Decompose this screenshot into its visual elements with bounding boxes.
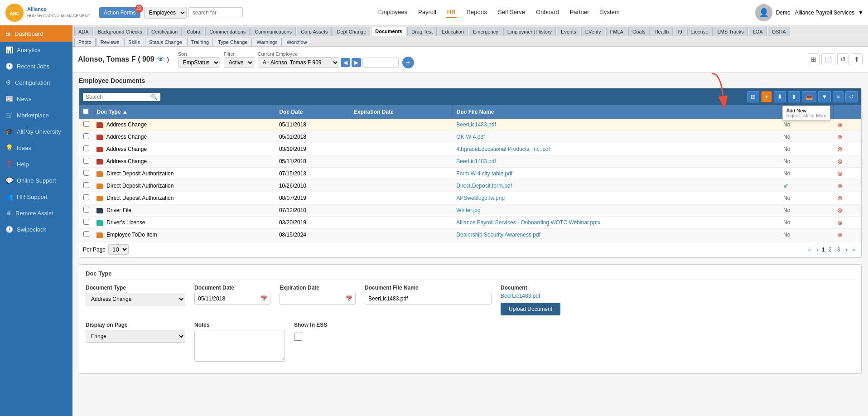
row-checkbox[interactable] xyxy=(83,207,89,213)
tab-osha[interactable]: OSHA xyxy=(768,27,790,36)
file-name-link[interactable]: Dealership.Security.Awareness.pdf xyxy=(456,232,540,238)
sidebar-item-help[interactable]: ❓ Help xyxy=(0,156,72,172)
exp-date-cal-btn[interactable]: 📅 xyxy=(343,293,356,305)
display-select[interactable]: Fringe Other xyxy=(86,330,185,343)
tab-i9[interactable]: I9 xyxy=(674,27,686,36)
sidebar-item-analytics[interactable]: 📊 Analytics xyxy=(0,42,72,58)
toolbar-refresh-btn[interactable]: ↺ xyxy=(845,91,858,102)
prev-employee-btn[interactable]: ◀ xyxy=(341,58,350,67)
delete-row-btn[interactable]: ⊗ xyxy=(837,145,843,153)
nav-reports[interactable]: Reports xyxy=(466,7,488,18)
doc-date-cal-btn[interactable]: 📅 xyxy=(258,293,270,305)
nav-onboard[interactable]: Onboard xyxy=(535,7,560,18)
row-checkbox[interactable] xyxy=(83,219,89,225)
tab-training[interactable]: Training xyxy=(187,38,213,46)
delete-row-btn[interactable]: ⊗ xyxy=(837,231,843,238)
toolbar-export-btn[interactable]: 📤 xyxy=(802,91,816,102)
add-employee-btn[interactable]: + xyxy=(402,57,414,68)
search-input[interactable] xyxy=(188,7,243,18)
filter-select[interactable]: Active xyxy=(224,57,254,68)
tab-dept-change[interactable]: Dept Change xyxy=(333,27,370,36)
row-checkbox[interactable] xyxy=(83,231,89,237)
delete-row-btn[interactable]: ⊗ xyxy=(837,194,843,202)
file-name-link[interactable]: Direct.Deposit.form.pdf xyxy=(456,183,512,189)
tab-commendations[interactable]: Commendations xyxy=(205,27,250,36)
page-2-btn[interactable]: 2 xyxy=(827,246,834,254)
row-checkbox[interactable] xyxy=(83,121,89,127)
sidebar-item-remote-assist[interactable]: 🖥 Remote Assist xyxy=(0,205,72,221)
tab-loa[interactable]: LOA xyxy=(749,27,767,36)
per-page-select[interactable]: 10 25 50 xyxy=(108,244,129,255)
sidebar-item-recent-jobs[interactable]: 🕐 Recent Jobs xyxy=(0,58,72,74)
file-name-link[interactable]: APSweblogo.fw.png xyxy=(456,195,505,201)
sidebar-item-allpay[interactable]: 🎓 AllPay University xyxy=(0,123,72,140)
tab-everify[interactable]: EVerify xyxy=(581,27,605,36)
nav-hr[interactable]: HR xyxy=(446,7,457,18)
tab-background-checks[interactable]: Background Checks xyxy=(94,27,146,36)
search-type-select[interactable]: Employees xyxy=(144,7,187,19)
tab-goals[interactable]: Goals xyxy=(628,27,650,36)
nav-system[interactable]: System xyxy=(599,7,620,18)
tab-corp-assets[interactable]: Corp Assets xyxy=(297,27,332,36)
file-name-link[interactable]: OK-W-4.pdf xyxy=(456,134,485,140)
delete-row-btn[interactable]: ⊗ xyxy=(837,219,843,226)
page-last-btn[interactable]: » xyxy=(851,246,858,254)
file-name-link[interactable]: Form W-4 city table.pdf xyxy=(456,170,512,177)
tab-fmla[interactable]: FMLA xyxy=(606,27,627,36)
exp-date-input[interactable] xyxy=(280,293,343,305)
sidebar-item-marketplace[interactable]: 🛒 Marketplace xyxy=(0,107,72,123)
delete-row-btn[interactable]: ⊗ xyxy=(837,170,843,177)
file-name-link[interactable]: Winter.jpg xyxy=(456,207,480,213)
nav-payroll[interactable]: Payroll xyxy=(417,7,437,18)
export-btn[interactable]: ⬆ xyxy=(851,53,863,65)
tab-drug-test[interactable]: Drug Test xyxy=(407,27,437,36)
tab-emergency[interactable]: Emergency xyxy=(469,27,502,36)
history-btn[interactable]: ↺ xyxy=(837,53,849,65)
current-employee-select[interactable]: A - Alonso, Tomas F 909 xyxy=(258,57,339,68)
file-name-link[interactable]: 4thgradeEducational Products, Inc .pdf xyxy=(456,146,550,152)
delete-row-btn[interactable]: ⊗ xyxy=(837,207,843,214)
row-checkbox[interactable] xyxy=(83,145,89,151)
tab-type-change[interactable]: Type Change xyxy=(214,38,251,46)
page-3-btn[interactable]: 3 xyxy=(835,246,842,254)
tab-ada[interactable]: ADA xyxy=(74,27,93,36)
sidebar-item-news[interactable]: 📰 News xyxy=(0,91,72,107)
page-next-btn[interactable]: › xyxy=(844,246,849,254)
tab-communications[interactable]: Communications xyxy=(251,27,296,36)
tab-documents[interactable]: Documents xyxy=(371,27,406,36)
table-search-input[interactable] xyxy=(86,94,149,100)
file-name-link[interactable]: BeerLic1483.pdf xyxy=(456,158,496,164)
th-expiration-date[interactable]: Expiration Date xyxy=(350,105,453,119)
document-view-btn[interactable]: 📄 xyxy=(821,53,835,65)
tab-warnings[interactable]: Warnings xyxy=(253,38,282,46)
tab-health[interactable]: Health xyxy=(651,27,673,36)
action-forms-button[interactable]: Action Forms 22 xyxy=(99,7,140,18)
grid-view-btn[interactable]: ⊞ xyxy=(808,53,820,65)
upload-document-btn[interactable]: Upload Document xyxy=(501,303,560,315)
next-employee-btn[interactable]: ▶ xyxy=(352,58,361,67)
row-checkbox[interactable] xyxy=(83,170,89,176)
toolbar-columns-btn[interactable]: ≡ xyxy=(833,91,844,102)
sidebar-item-dashboard[interactable]: ⊞ Dashboard xyxy=(0,25,72,42)
doc-date-input[interactable] xyxy=(194,293,258,305)
select-all-checkbox[interactable] xyxy=(83,108,89,114)
tab-reviews[interactable]: Reviews xyxy=(96,38,124,46)
nav-employees[interactable]: Employees xyxy=(377,7,408,18)
tab-certification[interactable]: Certification xyxy=(147,27,182,36)
tab-photo[interactable]: Photo xyxy=(74,38,96,46)
th-doc-type[interactable]: Doc Type ▲ xyxy=(93,105,275,119)
sort-select[interactable]: EmpStatus xyxy=(178,57,220,68)
file-name-link[interactable]: Alliance Payroll Services - Onboarding W… xyxy=(456,219,600,226)
page-prev-btn[interactable]: ‹ xyxy=(815,246,820,254)
tab-license[interactable]: License xyxy=(687,27,713,36)
delete-row-btn[interactable]: ⊗ xyxy=(837,121,843,128)
employee-search-input[interactable] xyxy=(362,58,399,68)
eye-icon[interactable]: 👁 xyxy=(157,55,164,63)
tab-skills[interactable]: Skills xyxy=(124,38,144,46)
sidebar-item-configuration[interactable]: ⚙ Configuration xyxy=(0,74,72,91)
delete-row-btn[interactable]: ⊗ xyxy=(837,133,843,140)
toolbar-upload-btn[interactable]: ⬆ xyxy=(788,91,800,102)
tab-lms-tracks[interactable]: LMS Tracks xyxy=(714,27,748,36)
th-file-name[interactable]: Doc File Name xyxy=(453,105,780,119)
sidebar-item-hr-support[interactable]: 👥 HR Support xyxy=(0,189,72,205)
